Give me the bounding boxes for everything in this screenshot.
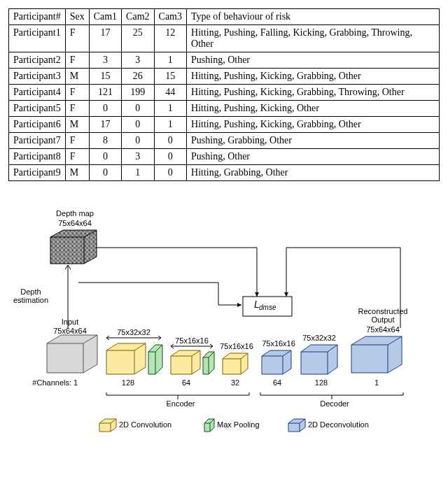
recon-dim: 75x64x64 xyxy=(355,325,411,334)
cell-cam1: 121 xyxy=(89,85,121,101)
cell-cam3: 15 xyxy=(154,69,186,85)
col-cam1: Cam1 xyxy=(89,9,121,25)
cell-sex: F xyxy=(65,133,89,149)
cell-participant: Participant9 xyxy=(9,165,66,181)
table-row: Participant2F331Pushing, Other xyxy=(9,52,440,69)
cell-cam2: 199 xyxy=(122,85,154,101)
depth-estimation-label: Depth estimation xyxy=(10,287,52,304)
cell-participant: Participant3 xyxy=(9,69,66,85)
ch-1b: 1 xyxy=(372,378,381,387)
ch-64b: 64 xyxy=(270,378,284,387)
cell-sex: F xyxy=(65,149,89,165)
cell-type: Hitting, Pushing, Kicking, Other xyxy=(187,101,440,117)
cell-sex: F xyxy=(65,85,89,101)
svg-marker-15 xyxy=(47,335,97,373)
cell-participant: Participant8 xyxy=(9,149,66,165)
table-row: Participant1F172512Hitting, Pushing, Fal… xyxy=(9,25,440,52)
table-row: Participant9M010Hitting, Grabbing, Other xyxy=(9,165,440,181)
svg-marker-22 xyxy=(301,345,337,374)
table-row: Participant7F800Pushing, Grabbing, Other xyxy=(9,133,440,149)
svg-marker-16 xyxy=(106,343,146,374)
dim-16: 75x16x16 xyxy=(169,336,214,345)
cell-cam3: 44 xyxy=(154,85,186,101)
ch-128: 128 xyxy=(118,378,139,387)
cell-cam2: 0 xyxy=(122,117,154,133)
table-row: Participant4F12119944Hitting, Pushing, K… xyxy=(9,85,440,101)
cell-type: Hitting, Pushing, Falling, Kicking, Grab… xyxy=(187,25,440,52)
cell-participant: Participant1 xyxy=(9,25,66,52)
cell-participant: Participant4 xyxy=(9,85,66,101)
legend-pool: Max Pooling xyxy=(217,420,273,429)
encoder-label: Encoder xyxy=(160,399,202,408)
dim-32: 75x32x32 xyxy=(106,328,161,336)
cell-type: Hitting, Grabbing, Other xyxy=(187,165,440,181)
cell-cam3: 0 xyxy=(154,165,186,181)
input-dim: 75x64x64 xyxy=(45,327,95,335)
cell-cam3: 1 xyxy=(154,101,186,117)
cell-sex: F xyxy=(65,25,89,52)
svg-marker-23 xyxy=(351,336,402,373)
decoder-label: Decoder xyxy=(314,399,356,408)
ch-128b: 128 xyxy=(311,378,332,387)
svg-marker-4 xyxy=(50,230,97,264)
svg-marker-21 xyxy=(262,350,291,374)
architecture-diagram: Depth map 75x64x64 Depth estimation Inpu… xyxy=(8,209,440,440)
cell-participant: Participant7 xyxy=(9,133,66,149)
legend-conv: 2D Convolution xyxy=(119,420,189,429)
cell-participant: Participant6 xyxy=(9,117,66,133)
dim-32b: 75x32x32 xyxy=(298,334,340,342)
depth-map-label: Depth map xyxy=(47,209,103,218)
cell-type: Pushing, Grabbing, Other xyxy=(187,133,440,149)
cell-type: Hitting, Pushing, Kicking, Grabbing, Thr… xyxy=(187,85,440,101)
cell-cam2: 3 xyxy=(122,52,154,69)
cell-cam1: 17 xyxy=(89,117,121,133)
recon-label: Reconstructed Output xyxy=(351,307,414,324)
participant-table: Participant# Sex Cam1 Cam2 Cam3 Type of … xyxy=(8,8,440,181)
svg-marker-18 xyxy=(171,350,200,374)
cell-participant: Participant2 xyxy=(9,52,66,69)
ch-64: 64 xyxy=(179,378,193,387)
col-cam2: Cam2 xyxy=(122,9,154,25)
cell-cam1: 17 xyxy=(89,25,121,52)
cell-cam1: 15 xyxy=(89,69,121,85)
cell-cam2: 26 xyxy=(122,69,154,85)
cell-cam2: 25 xyxy=(122,25,154,52)
cell-cam3: 0 xyxy=(154,149,186,165)
depth-map-dim: 75x64x64 xyxy=(47,219,103,227)
cell-cam2: 0 xyxy=(122,133,154,149)
channels-label: #Channels: xyxy=(28,378,71,387)
cell-type: Hitting, Pushing, Kicking, Grabbing, Oth… xyxy=(187,69,440,85)
cell-cam2: 3 xyxy=(122,149,154,165)
table-row: Participant5F001Hitting, Pushing, Kickin… xyxy=(9,101,440,117)
table-row: Participant8F030Pushing, Other xyxy=(9,149,440,165)
col-cam3: Cam3 xyxy=(154,9,186,25)
cell-cam3: 1 xyxy=(154,117,186,133)
cell-sex: F xyxy=(65,52,89,69)
cell-participant: Participant5 xyxy=(9,101,66,117)
table-row: Participant3M152615Hitting, Pushing, Kic… xyxy=(9,69,440,85)
cell-cam1: 3 xyxy=(89,52,121,69)
cell-cam1: 0 xyxy=(89,165,121,181)
input-label: Input xyxy=(49,318,91,326)
cell-cam1: 0 xyxy=(89,101,121,117)
cell-cam3: 0 xyxy=(154,133,186,149)
dim-16b: 75x16x16 xyxy=(217,342,256,350)
cell-sex: M xyxy=(65,117,89,133)
dim-16c: 75x16x16 xyxy=(259,339,298,348)
cell-cam2: 1 xyxy=(122,165,154,181)
table-header-row: Participant# Sex Cam1 Cam2 Cam3 Type of … xyxy=(9,9,440,25)
loss-sub: dmse xyxy=(259,304,287,311)
cell-type: Pushing, Other xyxy=(187,149,440,165)
cell-sex: F xyxy=(65,101,89,117)
cell-cam3: 12 xyxy=(154,25,186,52)
cell-cam1: 8 xyxy=(89,133,121,149)
ch-1: 1 xyxy=(71,378,80,387)
cell-cam3: 1 xyxy=(154,52,186,69)
col-type: Type of behaviour of risk xyxy=(187,9,440,25)
ch-32: 32 xyxy=(228,378,242,387)
cell-type: Pushing, Other xyxy=(187,52,440,69)
cell-cam2: 0 xyxy=(122,101,154,117)
col-participant: Participant# xyxy=(9,9,66,25)
cell-cam1: 0 xyxy=(89,149,121,165)
table-row: Participant6M1701Hitting, Pushing, Kicki… xyxy=(9,117,440,133)
